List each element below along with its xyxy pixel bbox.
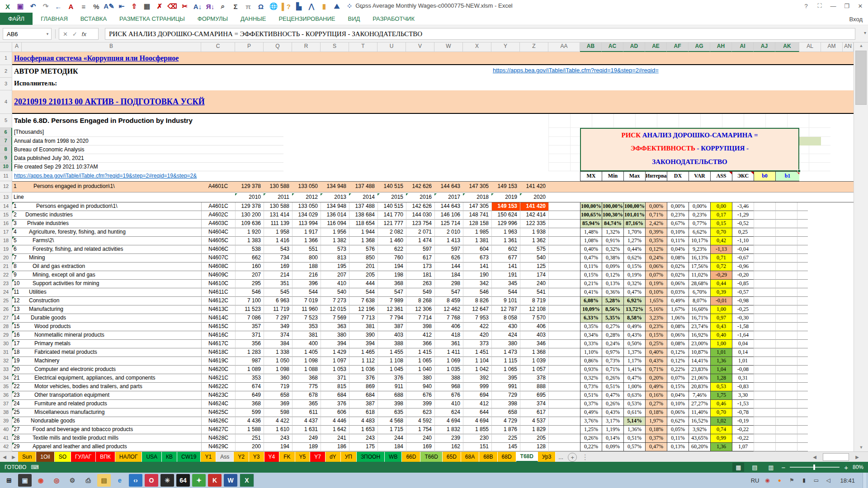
cell-value[interactable]: 4 568 — [377, 417, 406, 426]
cell-code[interactable]: N4611C — [201, 288, 235, 297]
row-header-19[interactable]: 19 — [0, 245, 12, 254]
cell-value[interactable]: 12 015 — [321, 305, 349, 314]
cell-industry-name[interactable]: Nondurable goods — [22, 417, 201, 426]
cell-line[interactable]: 27 — [12, 426, 22, 434]
cell-value[interactable]: 1 631 — [292, 426, 321, 434]
chart-query-icon[interactable]: ▌? — [280, 1, 292, 12]
cell-industry-name[interactable]: Primary metals — [22, 340, 201, 348]
stat-cell[interactable]: 0,62% — [623, 254, 645, 263]
more-tabs-indicator[interactable]: ... — [556, 452, 566, 462]
cell-value[interactable]: 394 — [349, 340, 377, 348]
cell-value[interactable]: 399 — [406, 400, 434, 408]
cell-code[interactable]: A4603C — [201, 220, 235, 228]
cell-value[interactable]: 7 570 — [520, 314, 548, 323]
cell-value[interactable]: 140 515 — [377, 183, 406, 191]
stat-header-ЭКС[interactable]: ЭКС — [732, 171, 754, 181]
cell-value[interactable]: 205 — [349, 271, 377, 280]
stat-cell[interactable]: 0,37% — [645, 434, 667, 443]
year-header[interactable]: 2014 — [349, 193, 377, 202]
cell-value[interactable]: 398 — [377, 400, 406, 408]
stat-cell[interactable]: -0,78 — [732, 408, 754, 417]
cell-industry-name[interactable]: Furniture and related products — [22, 400, 201, 408]
stat-cell[interactable]: -0,19 — [732, 417, 754, 426]
row-header-27[interactable]: 27 — [0, 314, 12, 323]
cell-value[interactable]: 123 754 — [406, 220, 434, 228]
cell-value[interactable]: 673 — [463, 254, 491, 263]
cell-value[interactable]: 4 422 — [264, 417, 292, 426]
stat-cell[interactable]: 0,10% — [667, 400, 689, 408]
row-header-20[interactable]: 20 — [0, 254, 12, 263]
cell-value[interactable]: 695 — [520, 391, 548, 400]
cell-value[interactable]: 991 — [491, 383, 520, 391]
stat-cell[interactable]: 0,32% — [602, 245, 623, 254]
line-label[interactable]: Line — [14, 193, 41, 202]
cell-value[interactable]: 1 050 — [264, 357, 292, 366]
cell-empty[interactable] — [754, 271, 775, 280]
hscroll-right-icon[interactable]: ▶ — [853, 455, 862, 460]
cell-value[interactable]: 1 035 — [434, 366, 463, 374]
stat-cell[interactable]: -1,29 — [732, 211, 754, 220]
cell-value[interactable]: 186 — [321, 443, 349, 451]
cell-value[interactable]: 8 268 — [406, 297, 434, 305]
stat-cell[interactable]: 0,06% — [667, 408, 689, 417]
cell-empty[interactable] — [754, 297, 775, 305]
cell-value[interactable]: 8 826 — [463, 297, 491, 305]
row-header-7[interactable]: 7 — [0, 137, 12, 145]
cell-empty[interactable] — [754, 237, 775, 245]
save-icon[interactable]: ▣ — [14, 1, 26, 12]
sheet-tab-65D[interactable]: 65D — [443, 452, 461, 462]
cell-value[interactable]: 575 — [520, 245, 548, 254]
insert-table-icon[interactable]: ▦ — [141, 1, 153, 12]
cell-value[interactable]: 7 713 — [349, 314, 377, 323]
excel-icon[interactable]: X — [240, 474, 254, 487]
cell-value[interactable]: 1 642 — [321, 426, 349, 434]
risk-analysis-box[interactable]: РИСК АНАЛИЗ ДОРОШКО-САМАРИНА =ЭФФЕКТИВНО… — [580, 128, 799, 171]
stat-cell[interactable]: 0,47% — [623, 288, 645, 297]
cell-value[interactable]: 148 741 — [463, 211, 491, 220]
cell-code[interactable]: N4616C — [201, 331, 235, 340]
cell-line[interactable]: 22 — [12, 383, 22, 391]
stat-cell[interactable]: 1,19% — [602, 426, 623, 434]
stat-cell[interactable]: 0,25 — [732, 228, 754, 237]
cell-value[interactable]: 649 — [235, 391, 264, 400]
cell-value[interactable]: 396 — [292, 280, 321, 288]
cell-value[interactable]: 7 297 — [264, 314, 292, 323]
cell-value[interactable]: 134 948 — [321, 202, 349, 211]
cell-value[interactable]: 395 — [491, 374, 520, 383]
cell-value[interactable]: 373 — [463, 340, 491, 348]
cell-value[interactable]: 1 104 — [463, 357, 491, 366]
ribbon-tab-ВСТАВКА[interactable]: ВСТАВКА — [74, 13, 113, 25]
cell-value[interactable]: 406 — [434, 323, 463, 331]
cell-empty[interactable] — [754, 288, 775, 297]
scrollbar-thumb[interactable] — [855, 51, 867, 105]
cell-industry-name[interactable]: Private industries — [22, 220, 201, 228]
cell-value[interactable]: 540 — [520, 254, 548, 263]
row-header-41[interactable]: 41 — [0, 434, 12, 443]
row-header-22[interactable]: 22 — [0, 271, 12, 280]
stat-cell[interactable]: 0,23% — [689, 211, 710, 220]
cell-empty[interactable] — [797, 383, 808, 391]
cell-empty[interactable] — [775, 220, 797, 228]
cell-value[interactable]: 7 100 — [235, 297, 264, 305]
green-app-icon[interactable]: ✦ — [192, 474, 206, 487]
cell-value[interactable]: 365 — [292, 400, 321, 408]
cell-value[interactable]: 113 994 — [292, 220, 321, 228]
stat-cell[interactable]: 0,40% — [580, 245, 602, 254]
stat-cell[interactable]: 0,22% — [580, 443, 602, 451]
stat-cell[interactable]: 23,74% — [689, 323, 710, 331]
avast-icon[interactable]: ● — [775, 476, 783, 484]
stat-cell[interactable]: 1,32% — [602, 228, 623, 237]
cell-empty[interactable] — [797, 391, 808, 400]
cell-empty[interactable] — [797, 220, 808, 228]
percent-style-icon[interactable]: % — [90, 1, 102, 12]
stat-cell[interactable]: 0,14% — [602, 434, 623, 443]
cell-industry-name[interactable]: Textile mills and textile product mills — [22, 434, 201, 443]
cell-value[interactable]: 403 — [377, 331, 406, 340]
column-header-AE[interactable]: AE — [645, 42, 667, 52]
cell-value[interactable]: 140 515 — [377, 202, 406, 211]
cell-line[interactable]: 6 — [12, 245, 22, 254]
cell-empty[interactable] — [754, 245, 775, 254]
cell-empty[interactable] — [754, 323, 775, 331]
cell-value[interactable]: 658 — [264, 391, 292, 400]
cell-empty[interactable] — [775, 434, 797, 443]
